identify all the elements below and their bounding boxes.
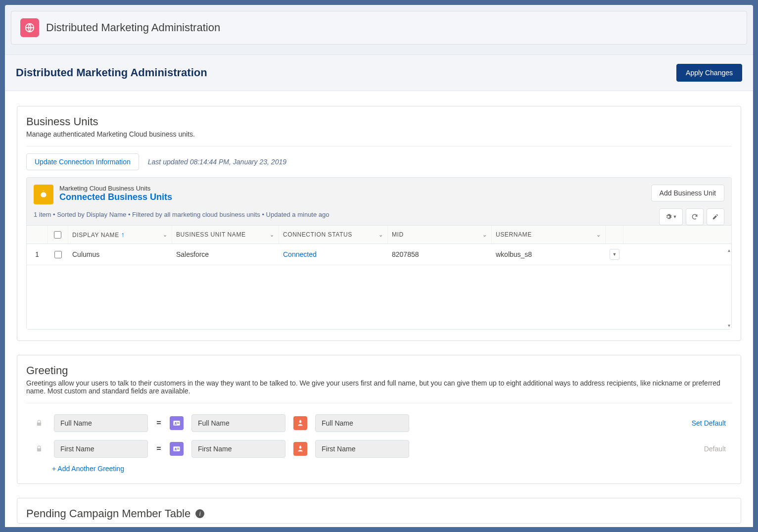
info-icon[interactable]: i: [195, 509, 204, 518]
edit-list-button[interactable]: [707, 208, 724, 225]
col-conn-status[interactable]: CONNECTION STATUS⌄: [279, 226, 388, 243]
refresh-icon: [691, 213, 698, 220]
pencil-icon: [712, 213, 719, 220]
greeting-title: Greeting: [26, 364, 732, 377]
row-action-button[interactable]: ▼: [610, 249, 619, 260]
greeting-input-a[interactable]: Full Name: [54, 414, 148, 432]
divider: [26, 146, 732, 146]
col-checkbox: [47, 226, 68, 243]
col-mid[interactable]: MID⌄: [388, 226, 492, 243]
person-star-icon: [293, 416, 307, 430]
scrollbar[interactable]: ▴ ▾: [724, 246, 731, 329]
scroll-down-icon: ▾: [728, 323, 730, 328]
greeting-input-c[interactable]: Full Name: [315, 414, 409, 432]
greeting-input-b[interactable]: First Name: [191, 440, 285, 458]
person-star-icon: [293, 442, 307, 456]
svg-rect-10: [177, 449, 180, 449]
chevron-down-icon: ⌄: [270, 232, 275, 238]
svg-point-8: [175, 448, 176, 449]
sort-up-icon: ↑: [121, 231, 125, 239]
business-units-card: Business Units Manage authenticated Mark…: [17, 106, 741, 341]
greeting-input-a[interactable]: First Name: [54, 440, 148, 458]
lock-icon: [32, 420, 46, 427]
greeting-card: Greeting Greetings allow your users to t…: [17, 355, 741, 484]
contact-card-icon: [170, 416, 184, 430]
app-logo-icon: [20, 18, 39, 37]
chevron-down-icon: ⌄: [379, 232, 383, 238]
cell-username: wkolbus_s8: [492, 244, 606, 265]
greeting-input-c[interactable]: First Name: [315, 440, 409, 458]
greeting-row: Full Name = Full Name Full Name Set Defa…: [26, 410, 732, 436]
apply-changes-button[interactable]: Apply Changes: [676, 64, 742, 82]
equals-icon: =: [156, 419, 162, 428]
set-default-link[interactable]: Set Default: [692, 419, 726, 427]
cell-display-name: Culumus: [68, 244, 172, 265]
default-label: Default: [704, 445, 726, 453]
gear-icon: [665, 213, 672, 220]
add-another-greeting-link[interactable]: + Add Another Greeting: [26, 462, 732, 473]
refresh-button[interactable]: [686, 208, 704, 225]
scroll-up-icon: ▴: [728, 247, 730, 253]
svg-point-11: [299, 446, 302, 449]
update-connection-button[interactable]: Update Connection Information: [26, 153, 139, 170]
col-bu-name[interactable]: BUSINESS UNIT NAME⌄: [172, 226, 279, 243]
listview-title-link[interactable]: Connected Business Units: [59, 192, 172, 202]
greeting-subtitle: Greetings allow your users to talk to th…: [26, 379, 732, 395]
page-bar: Distributed Marketing Administration App…: [5, 54, 753, 91]
list-settings-button[interactable]: ▼: [659, 208, 683, 225]
col-rownum: [27, 226, 47, 243]
business-units-subtitle: Manage authenticated Marketing Cloud bus…: [26, 130, 732, 138]
chevron-down-icon: ⌄: [596, 232, 601, 238]
business-units-title: Business Units: [26, 115, 732, 128]
listview-meta: 1 item • Sorted by Display Name • Filter…: [27, 211, 336, 223]
page-title: Distributed Marketing Administration: [16, 66, 207, 79]
cell-bu-name: Salesforce: [172, 244, 279, 265]
pending-campaign-card: Pending Campaign Member Table i: [17, 498, 741, 524]
contact-card-icon: [170, 442, 184, 456]
svg-rect-9: [177, 448, 180, 448]
add-business-unit-button[interactable]: Add Business Unit: [651, 185, 724, 201]
svg-rect-3: [177, 422, 180, 423]
greeting-input-b[interactable]: Full Name: [191, 414, 285, 432]
app-header: Distributed Marketing Administration: [11, 11, 747, 45]
listview-small-title: Marketing Cloud Business Units: [59, 185, 172, 192]
apple-icon: [34, 185, 53, 204]
chevron-down-icon: ⌄: [482, 232, 487, 238]
divider: [26, 403, 732, 403]
cell-conn-status[interactable]: Connected: [279, 244, 388, 265]
col-username[interactable]: USERNAME⌄: [492, 226, 606, 243]
svg-point-2: [175, 422, 176, 424]
greeting-row: First Name = First Name First Name Defau…: [26, 436, 732, 462]
equals-icon: =: [156, 444, 162, 453]
svg-rect-4: [177, 423, 180, 424]
connected-bu-listview: Marketing Cloud Business Units Connected…: [26, 177, 732, 330]
table-row: 1 Culumus Salesforce Connected 8207858 w…: [27, 244, 731, 265]
cell-mid: 8207858: [388, 244, 492, 265]
svg-point-5: [299, 421, 302, 423]
row-index: 1: [27, 244, 47, 265]
col-actions: [606, 226, 623, 243]
select-all-checkbox[interactable]: [54, 231, 61, 239]
pending-title: Pending Campaign Member Table: [26, 507, 190, 520]
caret-down-icon: ▼: [673, 214, 677, 219]
caret-down-icon: ▼: [613, 252, 617, 257]
col-display-name[interactable]: DISPLAY NAME↑⌄: [68, 226, 172, 243]
chevron-down-icon: ⌄: [163, 232, 168, 238]
app-title: Distributed Marketing Administration: [46, 21, 220, 34]
row-checkbox[interactable]: [54, 251, 62, 258]
bu-table: DISPLAY NAME↑⌄ BUSINESS UNIT NAME⌄ CONNE…: [27, 225, 731, 329]
last-updated-text: Last updated 08:14:44 PM, January 23, 20…: [148, 158, 286, 166]
lock-icon: [32, 445, 46, 452]
